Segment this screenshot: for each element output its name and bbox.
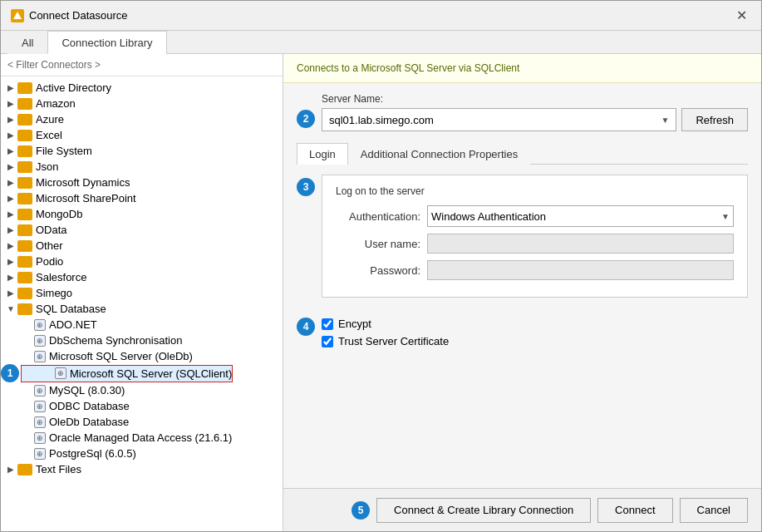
tree-item-salesforce[interactable]: ▶ Salesforce	[1, 269, 283, 285]
bottom-bar: 5 Connect & Create Library Connection Co…	[283, 488, 761, 531]
dialog-title: Connect Datasource	[29, 9, 128, 22]
folder-icon	[17, 130, 32, 141]
item-label: Podio	[36, 255, 63, 268]
inner-tab-login[interactable]: Login	[297, 143, 348, 165]
folder-icon	[17, 82, 32, 94]
tree-item-excel[interactable]: ▶ Excel	[1, 127, 283, 143]
filter-label: < Filter Connectors >	[7, 59, 101, 71]
item-label: Text Files	[36, 463, 81, 475]
tree-item-azure[interactable]: ▶ Azure	[1, 111, 283, 127]
server-name-label: Server Name:	[322, 93, 748, 105]
connect-button[interactable]: Connect	[597, 498, 672, 523]
item-label: ODBC Database	[49, 400, 130, 412]
toggle-icon: ▶	[4, 209, 17, 219]
right-panel: Connects to a Microsoft SQL Server via S…	[283, 54, 761, 531]
step2-badge: 2	[297, 110, 315, 128]
encrypt-checkbox[interactable]	[322, 318, 333, 330]
folder-icon	[17, 98, 32, 110]
tree-item-oracle[interactable]: ⊕ Oracle Managed Data Access (21.6.1)	[1, 430, 283, 446]
username-label: User name:	[336, 238, 427, 250]
info-banner: Connects to a Microsoft SQL Server via S…	[283, 54, 761, 83]
folder-icon	[17, 145, 32, 157]
tab-connection-library[interactable]: Connection Library	[47, 31, 166, 54]
item-label: PostgreSql (6.0.5)	[49, 447, 136, 460]
connector-icon: ⊕	[34, 448, 46, 460]
folder-icon	[17, 256, 32, 268]
item-label: OData	[36, 224, 67, 236]
authentication-select[interactable]: Windows Authentication ▼	[427, 205, 734, 227]
tree-item-postgresql[interactable]: ⊕ PostgreSql (6.0.5)	[1, 446, 283, 461]
password-input[interactable]	[427, 260, 734, 280]
tree-item-other[interactable]: ▶ Other	[1, 238, 283, 254]
tree-item-ms-sharepoint[interactable]: ▶ Microsoft SharePoint	[1, 190, 283, 206]
folder-icon	[17, 193, 32, 204]
refresh-button[interactable]: Refresh	[681, 108, 748, 131]
toggle-icon: ▶	[4, 288, 17, 298]
server-name-value: sql01.lab.simego.com	[329, 114, 434, 126]
toggle-icon: ▶	[4, 194, 17, 203]
svg-marker-0	[13, 12, 22, 19]
tree-item-ms-dynamics[interactable]: ▶ Microsoft Dynamics	[1, 175, 283, 190]
item-label: Simego	[36, 287, 72, 299]
titlebar: Connect Datasource ✕	[1, 1, 761, 31]
tree-item-mysql[interactable]: ⊕ MySQL (8.0.30)	[1, 382, 283, 398]
folder-icon	[17, 464, 32, 475]
logon-group-title: Log on to the server	[336, 185, 734, 197]
item-label: Microsoft SharePoint	[36, 192, 136, 204]
logon-group: Log on to the server Authentication: Win…	[322, 175, 748, 298]
password-row: Password:	[336, 260, 734, 280]
authentication-value: Windows Authentication	[431, 210, 546, 223]
item-label: Microsoft SQL Server (SQLClient)	[70, 367, 232, 380]
connector-icon: ⊕	[55, 367, 66, 379]
tree-item-active-directory[interactable]: ▶ Active Directory	[1, 80, 283, 96]
toggle-icon: ▶	[4, 83, 17, 92]
item-label: ADO.NET	[49, 318, 97, 331]
connector-icon: ⊕	[34, 319, 46, 331]
step4-row: 4 Encypt Trust Server Certificate	[297, 318, 748, 352]
tree-item-podio[interactable]: ▶ Podio	[1, 254, 283, 269]
username-input[interactable]	[427, 234, 734, 254]
trust-cert-checkbox[interactable]	[322, 336, 333, 347]
connect-create-button[interactable]: Connect & Create Library Connection	[376, 498, 591, 523]
folder-icon	[17, 224, 32, 236]
toggle-icon: ▶	[4, 257, 17, 266]
tree-item-odbc[interactable]: ⊕ ODBC Database	[1, 398, 283, 414]
server-name-input-row: sql01.lab.simego.com ▼ Refresh	[322, 108, 748, 131]
item-label: File System	[36, 145, 92, 157]
inner-tab-additional[interactable]: Additional Connection Properties	[348, 143, 530, 165]
tree-item-json[interactable]: ▶ Json	[1, 159, 283, 175]
item-label: MongoDb	[36, 208, 82, 220]
folder-icon	[17, 303, 32, 315]
encrypt-row: Encypt	[322, 318, 748, 330]
folder-icon	[17, 240, 32, 252]
tree-item-amazon[interactable]: ▶ Amazon	[1, 96, 283, 111]
toggle-icon: ▶	[4, 273, 17, 282]
toggle-icon: ▶	[4, 162, 17, 171]
tree-item-mssql-sqlclient[interactable]: ⊕ Microsoft SQL Server (SQLClient)	[21, 365, 233, 382]
tree-item-sql-database[interactable]: ▼ SQL Database	[1, 301, 283, 317]
tab-all[interactable]: All	[7, 31, 47, 54]
connect-datasource-dialog: Connect Datasource ✕ All Connection Libr…	[0, 0, 762, 532]
cancel-button[interactable]: Cancel	[680, 498, 748, 523]
item-label: Microsoft SQL Server (OleDb)	[49, 350, 193, 362]
tree-item-mongodb[interactable]: ▶ MongoDb	[1, 206, 283, 222]
inner-tabs-row: Login Additional Connection Properties	[297, 143, 748, 165]
tree-item-odata[interactable]: ▶ OData	[1, 222, 283, 238]
server-name-combo[interactable]: sql01.lab.simego.com ▼	[322, 108, 676, 131]
tree-item-text-files[interactable]: ▶ Text Files	[1, 461, 283, 477]
step4-badge: 4	[297, 318, 315, 336]
tree-item-simego[interactable]: ▶ Simego	[1, 285, 283, 301]
tree-item-mssql-oledb[interactable]: ⊕ Microsoft SQL Server (OleDb)	[1, 348, 283, 364]
authentication-label: Authentication:	[336, 210, 427, 223]
item-label: SQL Database	[36, 303, 106, 315]
connector-icon: ⊕	[34, 432, 46, 444]
tree-item-filesystem[interactable]: ▶ File System	[1, 143, 283, 159]
tree-item-oledb[interactable]: ⊕ OleDb Database	[1, 414, 283, 430]
tree-item-dbschema[interactable]: ⊕ DbSchema Synchronisation	[1, 332, 283, 348]
item-label: DbSchema Synchronisation	[49, 334, 182, 347]
item-label: Azure	[36, 113, 64, 126]
folder-icon	[17, 288, 32, 299]
toggle-icon: ▶	[4, 465, 17, 474]
tree-item-ado-net[interactable]: ⊕ ADO.NET	[1, 317, 283, 332]
close-button[interactable]: ✕	[731, 6, 751, 26]
